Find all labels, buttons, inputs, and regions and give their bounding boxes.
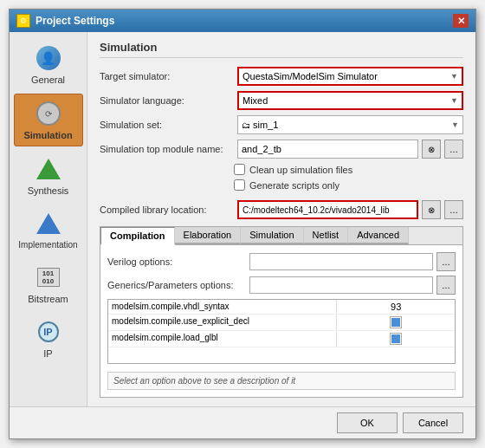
sidebar-item-bitstream[interactable]: 101010 Bitstream [14, 258, 83, 309]
sidebar-item-implementation[interactable]: Implementation [14, 205, 83, 255]
compiled-lib-row: Compiled library location: C:/modeltech6… [100, 200, 463, 219]
row2-name: modelsim.compile.use_explicit_decl [108, 315, 337, 330]
sidebar-label-ip: IP [43, 348, 52, 359]
sidebar-item-ip[interactable]: IP IP [14, 313, 83, 364]
cleanup-checkbox-row: Clean up simulation files [234, 164, 463, 175]
target-simulator-dropdown[interactable]: QuestaSim/ModelSim Simulator ▼ [237, 67, 463, 86]
bitstream-icon: 101010 [35, 263, 62, 291]
verilog-options-label: Verilog options: [107, 256, 246, 267]
simulator-language-arrow: ▼ [450, 96, 458, 105]
sidebar-label-implementation: Implementation [18, 240, 77, 250]
generate-checkbox[interactable] [234, 179, 245, 191]
generate-checkbox-row: Generate scripts only [234, 179, 463, 191]
simulator-language-row: Simulator language: Mixed ▼ [100, 91, 463, 110]
description-text: Select an option above to see a descript… [113, 376, 295, 386]
verilog-options-row: Verilog options: … [107, 252, 456, 271]
top-module-browse-button[interactable]: … [444, 140, 463, 159]
table-row[interactable]: modelsim.compile.use_explicit_decl [108, 315, 455, 331]
simulation-set-dropdown[interactable]: 🗂 sim_1 ▼ [237, 115, 463, 134]
row3-name: modelsim.compile.load_glbl [108, 331, 337, 347]
table-row[interactable]: modelsim.compile.load_glbl [108, 331, 455, 347]
sidebar-item-simulation[interactable]: ⟳ Simulation [14, 94, 83, 146]
cancel-button[interactable]: Cancel [403, 412, 463, 433]
sidebar: 👤 General ⟳ Simulation Synthesis [10, 32, 87, 406]
generics-options-browse[interactable]: … [436, 276, 456, 295]
simulation-icon: ⟳ [35, 100, 62, 127]
compiled-lib-value: C:/modeltech64_10.2c/vivado2014_lib [242, 205, 390, 215]
compiled-lib-browse-button[interactable]: … [444, 200, 463, 219]
ip-icon: IP [35, 318, 62, 346]
generics-options-label: Generics/Parameters options: [107, 280, 246, 290]
sidebar-label-simulation: Simulation [23, 130, 72, 140]
row3-checkbox[interactable] [390, 333, 402, 345]
sidebar-label-general: General [31, 75, 65, 85]
sidebar-label-bitstream: Bitstream [28, 294, 68, 304]
row1-name: modelsim.compile.vhdl_syntax [108, 300, 337, 314]
table-row[interactable]: modelsim.compile.vhdl_syntax 93 [108, 300, 455, 315]
verilog-options-input[interactable] [249, 253, 433, 270]
row3-check-mark [391, 334, 400, 343]
sidebar-label-synthesis: Synthesis [28, 185, 69, 196]
window-title: Project Settings [36, 15, 114, 27]
verilog-options-browse[interactable]: … [436, 252, 456, 271]
table-body: modelsim.compile.vhdl_syntax 93 modelsim… [108, 300, 455, 363]
target-simulator-label: Target simulator: [100, 71, 234, 81]
row2-checkbox[interactable] [390, 316, 402, 328]
tab-advanced[interactable]: Advanced [348, 227, 409, 244]
ok-button[interactable]: OK [337, 412, 398, 433]
content-area: 👤 General ⟳ Simulation Synthesis [10, 32, 475, 406]
close-button[interactable]: ✕ [453, 14, 469, 28]
tabs-container: Compilation Elaboration Simulation Netli… [100, 226, 463, 398]
top-module-clear-button[interactable]: ⊗ [422, 140, 441, 159]
row3-value [337, 331, 455, 347]
general-icon: 👤 [35, 44, 62, 72]
simulation-set-value: sim_1 [253, 120, 447, 130]
main-panel: Simulation Target simulator: QuestaSim/M… [87, 32, 475, 406]
target-simulator-row: Target simulator: QuestaSim/ModelSim Sim… [100, 67, 463, 86]
generics-options-input[interactable] [249, 276, 433, 294]
sidebar-item-general[interactable]: 👤 General [14, 39, 83, 90]
tabs-header: Compilation Elaboration Simulation Netli… [100, 227, 462, 245]
target-simulator-arrow: ▼ [450, 72, 458, 81]
simulation-set-arrow: ▼ [451, 120, 459, 129]
tab-compilation[interactable]: Compilation [100, 227, 175, 245]
top-module-row: Simulation top module name: and_2_tb ⊗ … [100, 140, 463, 159]
settings-table: modelsim.compile.vhdl_syntax 93 modelsim… [107, 299, 456, 364]
tab-simulation[interactable]: Simulation [241, 227, 303, 244]
tab-netlist[interactable]: Netlist [304, 227, 349, 244]
compiled-lib-label: Compiled library location: [100, 205, 234, 215]
synthesis-icon [35, 155, 62, 183]
window-icon: ⚙ [16, 14, 30, 28]
generate-label: Generate scripts only [249, 180, 340, 191]
simulation-set-label: Simulation set: [100, 120, 234, 130]
top-module-label: Simulation top module name: [100, 144, 234, 154]
target-simulator-value: QuestaSim/ModelSim Simulator [242, 71, 449, 81]
simulation-set-row: Simulation set: 🗂 sim_1 ▼ [100, 115, 463, 134]
tab-elaboration[interactable]: Elaboration [175, 227, 242, 244]
title-bar: ⚙ Project Settings ✕ [10, 10, 475, 32]
section-title: Simulation [100, 41, 463, 58]
footer: OK Cancel [10, 406, 475, 438]
cleanup-label: Clean up simulation files [249, 165, 352, 175]
top-module-value: and_2_tb [242, 144, 414, 154]
row2-value [337, 315, 455, 330]
cleanup-checkbox[interactable] [234, 164, 245, 175]
compiled-lib-input[interactable]: C:/modeltech64_10.2c/vivado2014_lib [237, 200, 418, 219]
implementation-icon [35, 210, 62, 237]
simulator-language-dropdown[interactable]: Mixed ▼ [237, 91, 463, 110]
top-module-input[interactable]: and_2_tb [237, 140, 418, 159]
sidebar-item-synthesis[interactable]: Synthesis [14, 150, 83, 201]
compiled-lib-clear-button[interactable]: ⊗ [422, 200, 441, 219]
row1-value: 93 [337, 300, 455, 314]
title-bar-left: ⚙ Project Settings [16, 14, 114, 28]
simulator-language-value: Mixed [242, 95, 449, 106]
simulator-language-label: Simulator language: [100, 95, 234, 106]
generics-options-row: Generics/Parameters options: … [107, 276, 456, 295]
row2-check-mark [391, 318, 400, 327]
project-settings-window: ⚙ Project Settings ✕ 👤 General ⟳ Simulat… [9, 9, 476, 439]
tabs-content: Verilog options: … Generics/Parameters o… [100, 245, 462, 397]
description-bar: Select an option above to see a descript… [107, 372, 456, 390]
